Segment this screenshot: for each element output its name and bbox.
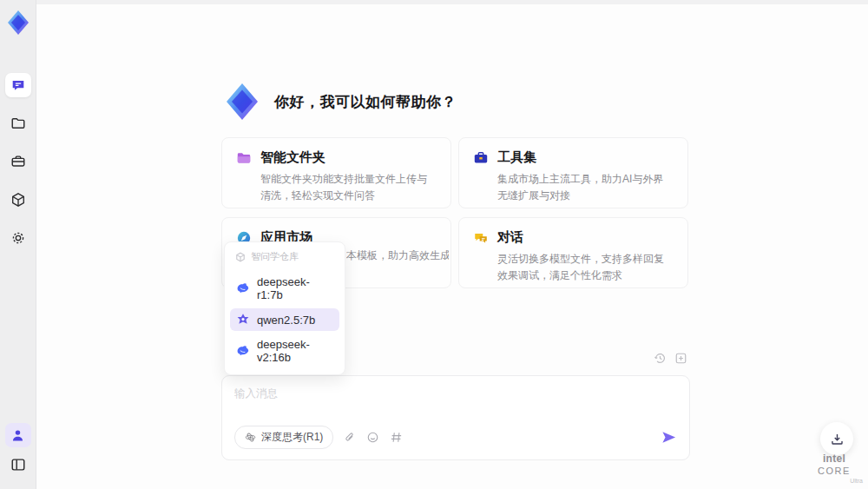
greeting: 你好，我可以如何帮助你？	[222, 81, 457, 122]
sidebar-item-toolbox[interactable]	[5, 149, 31, 174]
sidebar-item-chat[interactable]	[5, 73, 31, 97]
card-title: 工具集	[497, 149, 536, 166]
intel-core-badge: intel core Ultra	[806, 453, 863, 484]
attachment-icon[interactable]	[344, 432, 356, 444]
card-description: 智能文件夹功能支持批量文件上传与清洗，轻松实现文件问答	[260, 171, 437, 203]
intel-product-text: core	[818, 466, 851, 476]
app-logo-icon	[5, 9, 31, 36]
card-toolset[interactable]: 工具集 集成市场上主流工具，助力AI与外界无缝扩展与对接	[458, 137, 688, 208]
emoji-icon[interactable]	[366, 431, 379, 444]
chat-action-icons	[654, 352, 687, 365]
cube-icon	[10, 192, 26, 208]
model-option-label: qwen2.5:7b	[257, 314, 315, 327]
conversation-icon	[473, 230, 489, 246]
sidebar-item-settings[interactable]	[5, 226, 31, 250]
sidebar-item-models[interactable]	[5, 188, 31, 212]
model-option-label: deepseek-r1:7b	[257, 275, 333, 301]
new-chat-icon[interactable]	[674, 352, 687, 365]
model-option-label: deepseek-v2:16b	[257, 338, 333, 364]
sidebar-collapse-button[interactable]	[5, 453, 31, 477]
qwen-icon	[236, 313, 250, 327]
card-title: 智能文件夹	[260, 149, 326, 166]
composer-toolbar: 深度思考(R1)	[234, 426, 677, 449]
deepseek-icon	[236, 344, 250, 358]
download-button[interactable]	[820, 422, 853, 455]
grid-icon[interactable]	[390, 431, 403, 444]
card-conversation[interactable]: 对话 灵活切换多模型文件，支持多样回复效果调试，满足个性化需求	[458, 217, 688, 288]
message-composer: 深度思考(R1)	[221, 375, 690, 460]
deepseek-icon	[236, 281, 250, 295]
send-icon[interactable]	[661, 429, 677, 446]
greeting-text: 你好，我可以如何帮助你？	[274, 92, 457, 112]
model-option-qwen[interactable]: qwen2.5:7b	[230, 308, 339, 331]
sidebar-item-account[interactable]	[5, 423, 31, 447]
greeting-logo-icon	[222, 81, 262, 122]
history-icon[interactable]	[654, 352, 667, 365]
intel-brand-text: intel	[823, 453, 845, 465]
sidebar	[0, 0, 36, 489]
sidebar-item-folders[interactable]	[5, 111, 31, 135]
message-input[interactable]	[234, 387, 677, 421]
model-option-deepseek-v2[interactable]: deepseek-v2:16b	[230, 334, 339, 368]
model-repo-header: 智问学仓库	[230, 248, 339, 268]
deep-think-label: 深度思考(R1)	[261, 430, 323, 445]
deep-think-toggle[interactable]: 深度思考(R1)	[234, 426, 333, 449]
panel-icon	[10, 457, 26, 472]
intel-variant-text: Ultra	[806, 478, 863, 484]
repo-icon	[235, 252, 246, 262]
gear-icon	[10, 230, 26, 246]
card-title: 对话	[497, 229, 523, 246]
briefcase-icon	[10, 154, 26, 169]
user-icon	[10, 428, 25, 443]
model-option-deepseek-r1[interactable]: deepseek-r1:7b	[230, 271, 339, 306]
card-description: 集成市场上主流工具，助力AI与外界无缝扩展与对接	[497, 171, 674, 203]
model-dropdown: 智问学仓库 deepseek-r1:7b qwen2.5:7b	[224, 241, 345, 375]
window-top-strip	[36, 0, 868, 4]
folder-icon	[10, 116, 26, 131]
toolset-icon	[473, 150, 489, 166]
card-description: 灵活切换多模型文件，支持多样回复效果调试，满足个性化需求	[497, 251, 674, 283]
atom-icon	[245, 432, 256, 443]
card-description-fragment: 本模板，助力高效生成多	[346, 248, 449, 263]
card-smart-folder[interactable]: 智能文件夹 智能文件夹功能支持批量文件上传与清洗，轻松实现文件问答	[221, 137, 451, 208]
app-window: 你好，我可以如何帮助你？ 智能文件夹 智能文件夹功能支持批量文件上传与清洗，轻松…	[0, 0, 868, 489]
smart-folder-icon	[236, 150, 252, 166]
repo-label: 智问学仓库	[251, 250, 299, 263]
chat-icon	[10, 77, 26, 93]
